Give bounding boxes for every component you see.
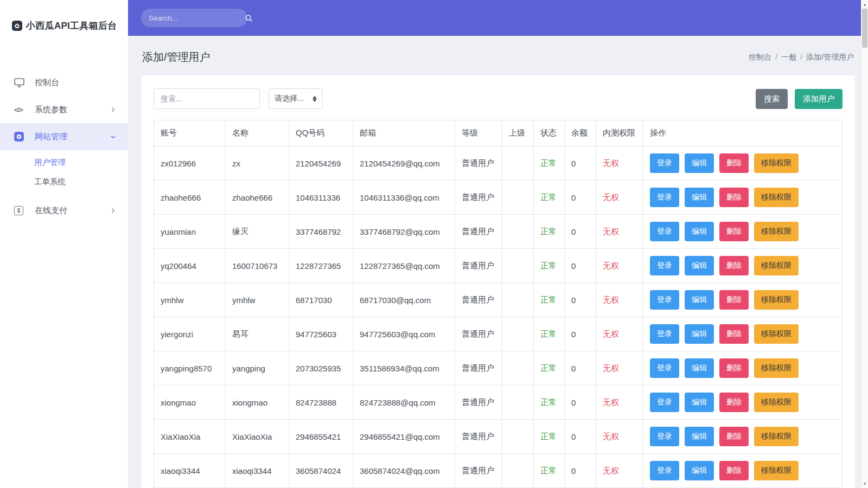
topbar — [128, 0, 868, 36]
cell-status: 正常 — [534, 351, 565, 386]
delete-button[interactable]: 删除 — [719, 256, 749, 275]
scroll-down-arrow-icon[interactable]: ▼ — [861, 480, 868, 487]
cell-level: 普通用户 — [455, 215, 502, 249]
remove-permission-button[interactable]: 移除权限 — [754, 290, 799, 310]
page-scrollbar[interactable]: ▲ ▼ — [861, 0, 868, 488]
login-button[interactable]: 登录 — [650, 393, 679, 412]
cell-email: 68717030@qq.com — [353, 283, 455, 317]
remove-permission-button[interactable]: 移除权限 — [754, 324, 799, 344]
cell-level: 普通用户 — [455, 317, 502, 351]
monitor-icon — [14, 78, 26, 87]
cell-qq: 2946855421 — [289, 420, 353, 454]
cell-parent — [502, 249, 534, 283]
cell-parent — [502, 146, 534, 181]
login-button[interactable]: 登录 — [650, 461, 679, 480]
login-button[interactable]: 登录 — [650, 222, 679, 241]
sidebar-item-dashboard[interactable]: 控制台 — [0, 69, 128, 96]
status-badge: 正常 — [540, 192, 557, 202]
sidebar-item-system-params[interactable]: </> 系统参数 — [0, 96, 128, 123]
remove-permission-button[interactable]: 移除权限 — [754, 358, 799, 378]
login-button[interactable]: 登录 — [650, 290, 679, 310]
login-button[interactable]: 登录 — [650, 153, 679, 173]
sidebar-subitem-user-management[interactable]: 用户管理 — [0, 152, 128, 172]
delete-button[interactable]: 删除 — [719, 358, 749, 378]
remove-permission-button[interactable]: 移除权限 — [754, 256, 799, 275]
edit-button[interactable]: 编辑 — [685, 393, 714, 412]
remove-permission-button[interactable]: 移除权限 — [754, 427, 799, 446]
cell-account: XiaXiaoXia — [154, 420, 226, 454]
login-button[interactable]: 登录 — [650, 427, 679, 446]
cell-beta: 无权 — [596, 215, 643, 249]
scroll-up-arrow-icon[interactable]: ▲ — [861, 1, 868, 8]
topbar-search[interactable] — [141, 9, 247, 27]
cell-balance: 0 — [565, 146, 596, 181]
remove-permission-button[interactable]: 移除权限 — [754, 188, 799, 207]
add-user-button[interactable]: 添加用户 — [795, 89, 843, 109]
delete-button[interactable]: 删除 — [719, 290, 749, 310]
cell-beta: 无权 — [596, 146, 643, 181]
edit-button[interactable]: 编辑 — [685, 461, 714, 480]
cell-balance: 0 — [565, 181, 596, 215]
delete-button[interactable]: 删除 — [719, 393, 749, 412]
cell-balance: 0 — [565, 249, 596, 283]
breadcrumb-item[interactable]: 一般 — [781, 53, 796, 61]
delete-button[interactable]: 删除 — [719, 153, 749, 173]
edit-button[interactable]: 编辑 — [685, 427, 714, 446]
login-button[interactable]: 登录 — [650, 256, 679, 275]
search-button[interactable]: 搜索 — [756, 89, 788, 109]
status-badge: 正常 — [540, 227, 557, 236]
status-badge: 正常 — [540, 363, 557, 373]
edit-button[interactable]: 编辑 — [685, 188, 714, 207]
beta-permission-badge: 无权 — [603, 295, 619, 304]
remove-permission-button[interactable]: 移除权限 — [754, 461, 799, 480]
login-button[interactable]: 登录 — [650, 188, 679, 207]
cell-beta: 无权 — [596, 386, 643, 420]
cell-parent — [502, 420, 534, 454]
cell-qq: 2120454269 — [289, 146, 353, 181]
remove-permission-button[interactable]: 移除权限 — [754, 222, 799, 241]
edit-button[interactable]: 编辑 — [685, 358, 714, 378]
delete-button[interactable]: 删除 — [719, 188, 749, 207]
cell-email: 1046311336@qq.com — [353, 181, 455, 215]
cell-name: 易耳 — [226, 317, 289, 351]
edit-button[interactable]: 编辑 — [685, 153, 714, 173]
sidebar-item-online-payment[interactable]: $ 在线支付 — [0, 197, 128, 224]
filter-row: 请选择... 搜索 添加用户 — [154, 88, 843, 109]
delete-button[interactable]: 删除 — [719, 324, 749, 344]
column-header: QQ号码 — [289, 120, 353, 146]
delete-button[interactable]: 删除 — [719, 222, 749, 241]
app-logo-icon: ✿ — [12, 21, 22, 31]
remove-permission-button[interactable]: 移除权限 — [754, 153, 799, 173]
table-search-input[interactable] — [154, 88, 260, 109]
status-badge: 正常 — [540, 261, 557, 270]
table-row: zx012966zx21204542692120454269@qq.com普通用… — [154, 146, 843, 181]
login-button[interactable]: 登录 — [650, 358, 679, 378]
scrollbar-thumb[interactable] — [862, 9, 867, 48]
delete-button[interactable]: 删除 — [719, 461, 749, 480]
cell-status: 正常 — [534, 215, 565, 249]
delete-button[interactable]: 删除 — [719, 427, 749, 446]
sidebar-subitem-ticket-system[interactable]: 工单系统 — [0, 172, 128, 191]
login-button[interactable]: 登录 — [650, 324, 679, 344]
search-icon[interactable] — [245, 14, 253, 22]
remove-permission-button[interactable]: 移除权限 — [754, 393, 799, 412]
cell-account: yq200464 — [154, 249, 226, 283]
edit-button[interactable]: 编辑 — [685, 256, 714, 275]
app-logo[interactable]: ✿ 小西瓜API工具箱后台 — [0, 0, 128, 37]
beta-permission-badge: 无权 — [603, 363, 619, 373]
cell-qq: 1046311336 — [289, 181, 353, 215]
sidebar-item-site-management[interactable]: 网站管理 — [0, 123, 128, 150]
page-title: 添加/管理用户 — [142, 50, 210, 65]
edit-button[interactable]: 编辑 — [685, 222, 714, 241]
cell-account: xiaoqi3344 — [154, 454, 226, 488]
filter-select[interactable]: 请选择... — [269, 88, 323, 109]
edit-button[interactable]: 编辑 — [685, 290, 714, 310]
column-header: 状态 — [534, 120, 565, 146]
topbar-search-input[interactable] — [149, 14, 245, 22]
sidebar: ✿ 小西瓜API工具箱后台 控制台 </> 系统参数 — [0, 0, 128, 488]
edit-button[interactable]: 编辑 — [685, 324, 714, 344]
beta-permission-badge: 无权 — [603, 397, 619, 407]
filter-select-value: 请选择... — [275, 94, 304, 104]
select-arrows-icon — [312, 96, 317, 102]
breadcrumb-item[interactable]: 控制台 — [749, 53, 771, 61]
